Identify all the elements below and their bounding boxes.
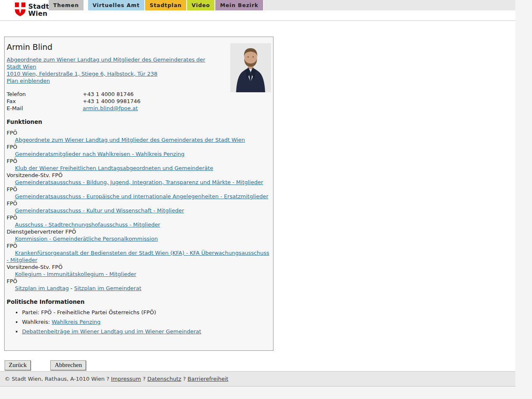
function-link[interactable]: Sitzplan im Gemeinderat bbox=[74, 285, 141, 291]
political-info-item: Debattenbeiträge im Wiener Landtag und i… bbox=[22, 328, 271, 335]
logo-line-2: Wien bbox=[28, 10, 49, 17]
site-header: Stadt Wien ThemenVirtuelles AmtStadtplan… bbox=[0, 0, 515, 21]
wien-shield-icon bbox=[15, 2, 25, 17]
back-button[interactable]: Zurück bbox=[5, 360, 31, 370]
function-role: FPÖ bbox=[7, 143, 271, 150]
political-info-item: Wahlkreis: Wahlkreis Penzing bbox=[22, 319, 271, 325]
profile-links: Abgeordnete zum Wiener Landtag und Mitgl… bbox=[7, 56, 217, 84]
main-content: Armin Blind Abgeordnete zum Wiener Landt… bbox=[0, 21, 515, 371]
function-link[interactable]: Kollegium - Immunitätskollegium - Mitgli… bbox=[15, 271, 136, 277]
page: Stadt Wien ThemenVirtuelles AmtStadtplan… bbox=[0, 0, 515, 387]
function-entry: Gemeinderatsausschuss - Europäische und … bbox=[7, 193, 271, 200]
contact-row-e-mail: E-Mailarmin.blind@fpoe.at bbox=[7, 105, 271, 112]
function-link[interactable]: Kommission - Gemeinderätliche Personalko… bbox=[15, 236, 158, 242]
footer-separator: ? bbox=[141, 376, 147, 382]
footer-link-barrierefreiheit[interactable]: Barrierefreiheit bbox=[187, 376, 228, 382]
tab-themen[interactable]: Themen bbox=[49, 0, 84, 10]
function-entry: Ausschuss - Stadtrechnungshofausschuss -… bbox=[7, 221, 271, 228]
function-role: FPÖ bbox=[7, 242, 271, 249]
function-entry: Gemeinderatsausschuss - Bildung, Jugend,… bbox=[7, 179, 271, 186]
mandate-link[interactable]: Abgeordnete zum Wiener Landtag und Mitgl… bbox=[7, 57, 205, 70]
function-role: FPÖ bbox=[7, 278, 271, 285]
function-entry: Klub der Wiener Freiheitlichen Landtagsa… bbox=[7, 165, 271, 172]
footer-copyright: © Stadt Wien, Rathaus, A-1010 Wien bbox=[5, 376, 105, 382]
contact-details: Telefon+43 1 4000 81746Fax+43 1 4000 998… bbox=[7, 91, 271, 112]
political-info-link[interactable]: Debattenbeiträge im Wiener Landtag und i… bbox=[22, 328, 201, 335]
political-info-item: Partei: FPÖ - Freiheitliche Partei Öster… bbox=[22, 309, 271, 315]
footer-link-datenschutz[interactable]: Datenschutz bbox=[147, 376, 181, 382]
function-role: Dienstgebervertreter FPÖ bbox=[7, 228, 271, 235]
email-link[interactable]: armin.blind@fpoe.at bbox=[83, 105, 138, 112]
function-role: FPÖ bbox=[7, 200, 271, 207]
footer-separator: ? bbox=[181, 376, 187, 382]
function-entry: Krankenfürsorgeanstalt der Bediensteten … bbox=[7, 249, 271, 264]
header-filler-bar bbox=[264, 0, 515, 10]
political-heading: Politische Informationen bbox=[7, 298, 271, 305]
function-link[interactable]: Gemeinderatsausschuss - Bildung, Jugend,… bbox=[15, 179, 263, 185]
function-role: FPÖ bbox=[7, 158, 271, 165]
footer-separator: ? bbox=[105, 376, 111, 382]
functions-list: FPÖAbgeordnete zum Wiener Landtag und Mi… bbox=[7, 129, 271, 292]
functions-heading: Funktionen bbox=[7, 118, 271, 125]
function-role: Vorsitzende-Stv. FPÖ bbox=[7, 172, 271, 179]
function-role: FPÖ bbox=[7, 129, 271, 136]
function-role: Vorsitzende-Stv. FPÖ bbox=[7, 264, 271, 271]
function-link[interactable]: Gemeinderatsausschuss - Kultur und Wisse… bbox=[15, 207, 184, 214]
site-footer: © Stadt Wien, Rathaus, A-1010 Wien ? Imp… bbox=[0, 371, 515, 387]
profile-card: Armin Blind Abgeordnete zum Wiener Landt… bbox=[4, 37, 273, 351]
tab-video[interactable]: Video bbox=[187, 0, 214, 10]
function-link[interactable]: Sitzplan im Landtag bbox=[15, 285, 69, 291]
address-link[interactable]: 1010 Wien, Felderstraße 1, Stiege 6, Hal… bbox=[7, 71, 158, 77]
function-entry: Gemeinderatsausschuss - Kultur und Wisse… bbox=[7, 207, 271, 214]
contact-label: E-Mail bbox=[7, 105, 83, 112]
function-link[interactable]: Gemeinderatsmitglieder nach Wahlkreisen … bbox=[15, 151, 185, 157]
function-link[interactable]: Krankenfürsorgeanstalt der Bediensteten … bbox=[7, 250, 269, 263]
cancel-button[interactable]: Abbrechen bbox=[50, 360, 86, 370]
function-link[interactable]: Abgeordnete zum Wiener Landtag und Mitgl… bbox=[15, 137, 245, 143]
tab-virtuelles-amt[interactable]: Virtuelles Amt bbox=[88, 0, 144, 10]
function-role: FPÖ bbox=[7, 186, 271, 193]
plan-einblenden-link[interactable]: Plan einblenden bbox=[7, 78, 50, 84]
logo-text: Stadt Wien bbox=[28, 3, 49, 17]
function-entry: Kollegium - Immunitätskollegium - Mitgli… bbox=[7, 271, 271, 278]
footer-link-impressum[interactable]: Impressum bbox=[111, 376, 141, 382]
function-entry: Abgeordnete zum Wiener Landtag und Mitgl… bbox=[7, 136, 271, 143]
function-entry: Gemeinderatsmitglieder nach Wahlkreisen … bbox=[7, 150, 271, 158]
function-entry: Kommission - Gemeinderätliche Personalko… bbox=[7, 235, 271, 242]
function-role: FPÖ bbox=[7, 214, 271, 221]
logo-line-1: Stadt bbox=[28, 3, 49, 10]
contact-value: +43 1 4000 81746 bbox=[83, 91, 134, 98]
form-buttons: Zurück Abbrechen bbox=[5, 360, 515, 370]
portrait-photo bbox=[230, 43, 271, 92]
political-info-link[interactable]: Wahlkreis Penzing bbox=[52, 319, 100, 325]
contact-value: +43 1 4000 9981746 bbox=[83, 98, 140, 105]
function-link[interactable]: Ausschuss - Stadtrechnungshofausschuss -… bbox=[15, 222, 160, 228]
contact-label: Telefon bbox=[7, 91, 83, 98]
main-nav-tabs: ThemenVirtuelles AmtStadtplanVideoMein B… bbox=[49, 0, 515, 10]
function-link[interactable]: Klub der Wiener Freiheitlichen Landtagsa… bbox=[15, 165, 213, 171]
tab-stadtplan[interactable]: Stadtplan bbox=[145, 0, 186, 10]
function-link[interactable]: Gemeinderatsausschuss - Europäische und … bbox=[15, 193, 268, 200]
contact-label: Fax bbox=[7, 98, 83, 105]
function-entry: Sitzplan im Landtag - Sitzplan im Gemein… bbox=[7, 285, 271, 292]
contact-row-fax: Fax+43 1 4000 9981746 bbox=[7, 98, 271, 105]
political-info-list: Partei: FPÖ - Freiheitliche Partei Öster… bbox=[7, 309, 271, 335]
stadt-wien-logo[interactable]: Stadt Wien bbox=[15, 2, 49, 17]
tab-mein-bezirk[interactable]: Mein Bezirk bbox=[215, 0, 263, 10]
